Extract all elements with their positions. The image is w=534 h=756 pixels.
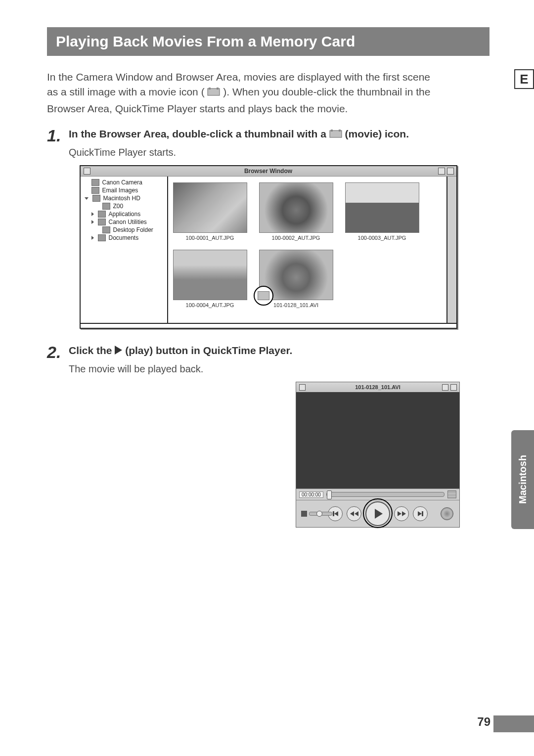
sidebar-item-label: Email Images bbox=[102, 187, 138, 194]
intro-paragraph: In the Camera Window and Browser Area, m… bbox=[47, 70, 490, 116]
qt-video-area bbox=[296, 392, 459, 489]
step-2-sub: The movie will be played back. bbox=[69, 363, 490, 375]
close-icon[interactable] bbox=[84, 168, 90, 175]
qt-track[interactable] bbox=[326, 492, 445, 497]
sidebar-item-desktop-folder[interactable]: Desktop Folder bbox=[81, 226, 167, 234]
thumbnail-image bbox=[345, 182, 419, 233]
window-button-icon[interactable] bbox=[442, 384, 448, 391]
side-tab-macintosh: Macintosh bbox=[511, 430, 534, 529]
step-1: 1. In the Browser Area, double-click a t… bbox=[47, 127, 490, 144]
email-icon bbox=[91, 187, 99, 194]
thumbnail-label: 100-0004_AUT.JPG bbox=[186, 302, 234, 308]
thumbnail[interactable]: 100-0002_AUT.JPG bbox=[259, 182, 333, 241]
sidebar-item-label: Canon Camera bbox=[102, 179, 142, 186]
svg-rect-1 bbox=[209, 88, 211, 89]
thumbnail-label: 101-0128_101.AVI bbox=[273, 302, 318, 308]
thumbnail[interactable]: 100-0004_AUT.JPG bbox=[173, 250, 247, 308]
folder-icon bbox=[98, 211, 106, 218]
step-2: 2. Click the (play) button in QuickTime … bbox=[47, 344, 490, 360]
thumbnail[interactable]: 100-0001_AUT.JPG bbox=[173, 182, 247, 241]
play-icon bbox=[375, 509, 383, 519]
resize-grip-icon[interactable] bbox=[447, 490, 456, 498]
step-2-text: Click the (play) button in QuickTime Pla… bbox=[69, 344, 490, 360]
step-2-number: 2. bbox=[47, 344, 62, 360]
window-button-icon[interactable] bbox=[447, 168, 454, 175]
step-1-number: 1. bbox=[47, 127, 62, 144]
step-1-text-after: (movie) icon. bbox=[345, 128, 409, 139]
sidebar-item-applications[interactable]: Applications bbox=[81, 210, 167, 218]
movie-badge-icon bbox=[254, 286, 273, 306]
qt-time-display: 00:00:00 bbox=[299, 491, 323, 498]
browser-content: 100-0001_AUT.JPG 100-0002_AUT.JPG 100-00… bbox=[168, 177, 446, 323]
svg-rect-4 bbox=[331, 130, 333, 132]
sidebar-item-canon-utilities[interactable]: Canon Utilities bbox=[81, 218, 167, 226]
thumbnail-movie[interactable]: 101-0128_101.AVI bbox=[259, 250, 333, 308]
step-1-text-before: In the Browser Area, double-click a thum… bbox=[69, 128, 329, 139]
sidebar-item-z00[interactable]: Z00 bbox=[81, 202, 167, 210]
page-number: 79 bbox=[477, 715, 490, 729]
window-button-icon[interactable] bbox=[450, 384, 457, 391]
thumbnail-image bbox=[173, 182, 247, 233]
chevron-down-icon bbox=[85, 197, 89, 200]
browser-title: Browser Window bbox=[81, 168, 456, 175]
horizontal-scrollbar[interactable] bbox=[81, 323, 456, 328]
camera-icon bbox=[91, 179, 99, 186]
thumbnail-label: 100-0002_AUT.JPG bbox=[272, 235, 320, 241]
step-1-sub: QuickTime Player starts. bbox=[69, 147, 490, 158]
browser-sidebar: Canon Camera Email Images Macintosh HD Z… bbox=[81, 177, 168, 323]
window-button-icon[interactable] bbox=[438, 168, 445, 175]
forward-button[interactable] bbox=[394, 506, 409, 521]
folder-icon bbox=[102, 226, 110, 233]
thumbnail-label: 100-0001_AUT.JPG bbox=[186, 235, 234, 241]
movie-icon bbox=[329, 129, 342, 142]
go-end-button[interactable] bbox=[413, 506, 428, 521]
volume-slider[interactable] bbox=[309, 512, 332, 516]
sidebar-item-macintosh-hd[interactable]: Macintosh HD bbox=[81, 194, 167, 202]
sidebar-item-documents[interactable]: Documents bbox=[81, 234, 167, 242]
volume-knob[interactable] bbox=[316, 511, 322, 517]
sidebar-item-label: Canon Utilities bbox=[109, 219, 147, 225]
step-2-text-after: (play) button in QuickTime Player. bbox=[125, 345, 292, 356]
svg-rect-0 bbox=[208, 89, 220, 95]
sidebar-item-label: Macintosh HD bbox=[103, 195, 140, 202]
sidebar-item-label: Desktop Folder bbox=[113, 226, 153, 233]
sidebar-item-label: Documents bbox=[109, 234, 139, 241]
step-1-text: In the Browser Area, double-click a thum… bbox=[69, 127, 490, 144]
vertical-scrollbar[interactable] bbox=[446, 177, 456, 323]
qt-title: 101-0128_101.AVI bbox=[296, 384, 459, 390]
chevron-right-icon bbox=[91, 236, 94, 240]
browser-titlebar: Browser Window bbox=[81, 166, 456, 177]
section-letter-badge: E bbox=[514, 69, 534, 89]
chevron-right-icon bbox=[91, 212, 94, 216]
qt-controls bbox=[296, 500, 459, 527]
browser-window-figure: Browser Window Canon Camera Email Images… bbox=[80, 165, 457, 329]
thumbnail-label: 100-0003_AUT.JPG bbox=[358, 235, 406, 241]
rewind-button[interactable] bbox=[347, 506, 361, 521]
play-button[interactable] bbox=[365, 501, 390, 526]
section-heading: Playing Back Movies From a Memory Card bbox=[47, 27, 490, 56]
folder-icon bbox=[98, 234, 106, 241]
svg-rect-5 bbox=[339, 130, 341, 132]
qt-titlebar: 101-0128_101.AVI bbox=[296, 382, 459, 392]
speaker-icon bbox=[301, 511, 307, 517]
thumbnail-image bbox=[259, 250, 333, 300]
folder-icon bbox=[102, 203, 110, 210]
page-bar bbox=[493, 715, 534, 732]
step-2-text-before: Click the bbox=[69, 345, 115, 356]
disk-icon bbox=[92, 195, 100, 202]
qt-progress-bar: 00:00:00 bbox=[296, 489, 459, 500]
chevron-right-icon bbox=[91, 220, 94, 224]
thumbnail[interactable]: 100-0003_AUT.JPG bbox=[345, 182, 419, 241]
qt-jog-dial[interactable] bbox=[441, 507, 453, 520]
qt-playhead[interactable] bbox=[327, 490, 332, 499]
folder-icon bbox=[98, 219, 106, 225]
svg-rect-3 bbox=[330, 131, 342, 137]
quicktime-window: 101-0128_101.AVI 00:00:00 bbox=[296, 382, 460, 528]
movie-icon bbox=[207, 86, 220, 101]
thumbnail-image bbox=[173, 250, 247, 300]
sidebar-item-email-images[interactable]: Email Images bbox=[81, 186, 167, 194]
qt-volume[interactable] bbox=[301, 511, 332, 517]
svg-rect-2 bbox=[217, 88, 219, 89]
sidebar-item-label: Applications bbox=[109, 211, 141, 218]
sidebar-item-canon-camera[interactable]: Canon Camera bbox=[81, 178, 167, 186]
